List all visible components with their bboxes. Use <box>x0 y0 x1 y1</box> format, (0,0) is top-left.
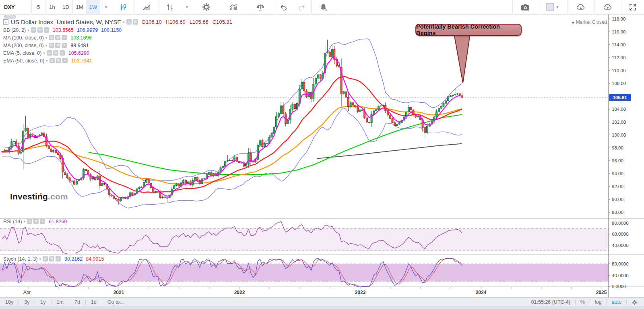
axis-label: 80.0000 <box>612 221 629 226</box>
remove-indicator-button[interactable]: × <box>62 35 67 40</box>
remove-indicator-button[interactable]: × <box>40 219 45 224</box>
settings-button[interactable] <box>193 0 220 14</box>
visibility-toggle-button[interactable]: ⊙ <box>50 58 55 63</box>
axis-settings-button[interactable] <box>627 299 644 305</box>
symbol-field[interactable]: DXY <box>0 0 32 14</box>
line-chart-icon <box>142 3 151 11</box>
line-chart-button[interactable] <box>134 0 159 14</box>
time-label-2024: 2024 <box>476 290 487 295</box>
save-layout-button[interactable] <box>594 0 621 14</box>
visibility-toggle-button[interactable]: ⊙ <box>27 219 32 224</box>
indicators-button[interactable] <box>220 0 247 14</box>
screenshot-button[interactable] <box>512 0 538 14</box>
timeframe-1M[interactable]: 1M <box>73 0 87 14</box>
range-10y[interactable]: 10y <box>0 299 19 305</box>
redo-button[interactable] <box>293 0 312 14</box>
legend-row-ma200: MA (200, close, 0)▾⊙⚙×98.6481 <box>3 41 236 49</box>
gear-icon <box>632 299 638 305</box>
indicator-settings-button[interactable]: ⚙ <box>55 43 60 48</box>
timeframe-dropdown[interactable]: ▼ <box>100 0 112 14</box>
axis-label: 96.00 <box>612 158 623 163</box>
axis-label: 88.00 <box>612 210 623 215</box>
percent-scale-button[interactable]: % <box>576 299 590 305</box>
range-1m[interactable]: 1m <box>52 299 69 305</box>
chevron-down-icon[interactable]: ▾ <box>123 20 125 24</box>
annotation-text: Potentially Bearish Correction Begins <box>416 23 521 36</box>
axis-label: 102.00 <box>612 120 626 124</box>
rsi-legend: RSI (14)▾⊙⚙×61.8269 <box>3 218 70 225</box>
add-alert-icon <box>319 3 328 11</box>
background-color-button[interactable]: ▼ <box>538 0 567 14</box>
axis-label: 118.00 <box>612 17 625 21</box>
legend-row-ema50: EMA (50, close, 0)▾⊙⚙×103.7341 <box>3 57 236 64</box>
load-layout-button[interactable] <box>567 0 594 14</box>
axis-label: 94.00 <box>612 171 623 176</box>
indicator-values: 80.216284.9915 <box>64 256 107 262</box>
chevron-down-icon[interactable]: ▾ <box>39 257 41 261</box>
visibility-toggle-button[interactable]: ⊙ <box>126 19 132 25</box>
collapse-legend-icon[interactable]: − <box>3 19 8 25</box>
range-7d[interactable]: 7d <box>69 299 85 305</box>
range-1d[interactable]: 1d <box>86 299 102 305</box>
candlestick-chart-button[interactable] <box>112 0 134 14</box>
range-3y[interactable]: 3y <box>19 299 35 305</box>
compare-button[interactable] <box>247 0 274 14</box>
time-axis[interactable]: Apr20212022202320242025 <box>0 287 609 297</box>
timeframe-1h[interactable]: 1h <box>45 0 59 14</box>
visibility-toggle-button[interactable]: ⊙ <box>49 43 54 48</box>
remove-indicator-button[interactable]: × <box>44 27 49 33</box>
add-alert-button[interactable] <box>312 0 336 14</box>
visibility-toggle-button[interactable]: ⊙ <box>49 35 54 40</box>
indicator-settings-button[interactable]: ⚙ <box>33 219 39 224</box>
status-dot-icon: ● <box>572 20 574 25</box>
auto-scale-button[interactable]: auto <box>607 299 626 305</box>
remove-indicator-button[interactable]: × <box>56 256 61 261</box>
high-value: H106.60 <box>166 19 186 25</box>
indicator-values: 105.6290 <box>68 50 93 56</box>
log-scale-button[interactable]: log <box>590 299 607 305</box>
levels-dropdown[interactable]: ▼ <box>181 0 193 14</box>
remove-indicator-button[interactable]: × <box>60 50 65 56</box>
undo-button[interactable] <box>274 0 293 14</box>
indicator-settings-button[interactable]: ⚙ <box>56 58 61 63</box>
price-axis[interactable]: 118.00116.00114.00112.00110.00108.00106.… <box>609 14 644 297</box>
axis-label: 108.00 <box>612 81 626 86</box>
visibility-toggle-button[interactable]: ⊙ <box>47 50 52 56</box>
fullscreen-button[interactable] <box>621 0 644 14</box>
market-status-label: Market Closed <box>576 19 607 25</box>
page-title: US Dollar Index, United States, W, NYSE <box>11 19 121 25</box>
indicator-settings-button[interactable]: ⚙ <box>49 256 54 261</box>
bottom-toolbar: 10y3y1y1m7d1dGo to... 01:55:26 (UTC-4) %… <box>0 297 644 307</box>
investing-logo[interactable]: Investing.com <box>10 192 68 201</box>
fullscreen-expand-icon <box>629 4 636 11</box>
chevron-down-icon[interactable]: ▾ <box>45 44 47 48</box>
instrument-settings-button[interactable]: ⚙ <box>133 19 138 25</box>
redo-icon <box>298 3 306 11</box>
range-1y[interactable]: 1y <box>35 299 51 305</box>
annotation-callout[interactable]: Potentially Bearish Correction Begins <box>415 24 522 36</box>
indicator-values: 98.6481 <box>70 43 92 48</box>
timeframe-1W[interactable]: 1W <box>87 0 100 14</box>
goto-button[interactable]: Go to... <box>102 299 129 305</box>
indicator-settings-button[interactable]: ⚙ <box>55 35 60 40</box>
last-price-badge: 105.81 <box>609 94 631 101</box>
visibility-toggle-button[interactable]: ⊙ <box>31 27 36 33</box>
indicator-name: EMA (5, close, 0) <box>3 50 41 56</box>
timeframe-5[interactable]: 5 <box>32 0 45 14</box>
chevron-down-icon[interactable]: ▾ <box>46 59 48 63</box>
remove-indicator-button[interactable]: × <box>62 58 68 63</box>
indicator-settings-button[interactable]: ⚙ <box>53 50 58 56</box>
remove-indicator-button[interactable]: × <box>62 43 67 48</box>
compare-scales-icon <box>256 3 265 11</box>
market-status: ●Market Closed <box>559 19 607 25</box>
clock-display: 01:55:26 (UTC-4) <box>526 299 575 305</box>
timeframe-1D[interactable]: 1D <box>59 0 73 14</box>
indicator-settings-button[interactable]: ⚙ <box>37 27 43 33</box>
chevron-down-icon[interactable]: ▾ <box>43 51 45 55</box>
axis-label: 90.00 <box>612 197 623 202</box>
price-levels-button[interactable] <box>159 0 181 14</box>
visibility-toggle-button[interactable]: ⊙ <box>43 256 48 261</box>
chevron-down-icon[interactable]: ▾ <box>45 36 47 40</box>
chevron-down-icon[interactable]: ▾ <box>24 220 26 224</box>
chevron-down-icon[interactable]: ▾ <box>27 28 29 32</box>
